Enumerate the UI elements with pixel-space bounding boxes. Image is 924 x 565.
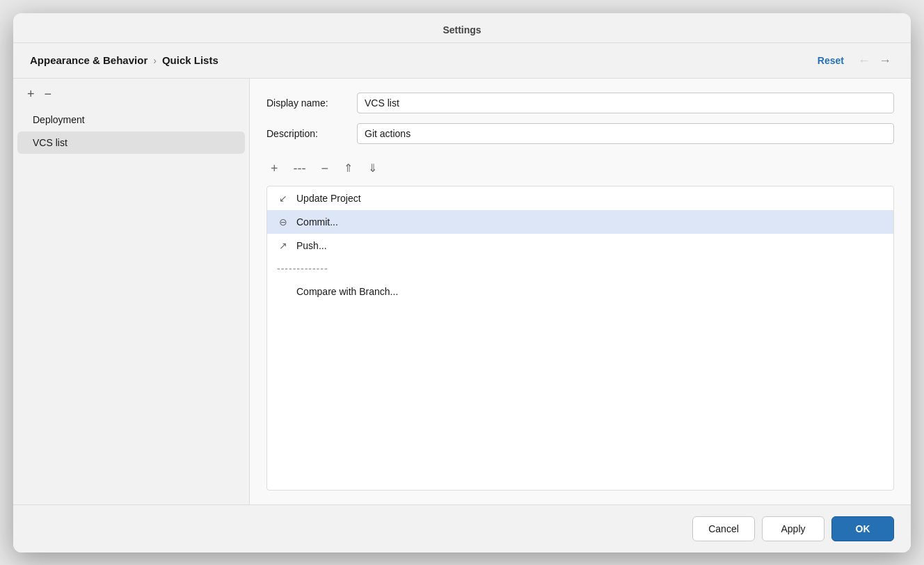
description-label: Description: [266, 128, 357, 139]
items-list: ↙ Update Project ⊖ Commit... ↗ Push... -… [266, 186, 894, 491]
list-item[interactable]: Deployment [17, 109, 245, 131]
header-nav: Appearance & Behavior › Quick Lists Rese… [13, 43, 911, 79]
add-list-button[interactable]: + [23, 86, 39, 102]
breadcrumb: Appearance & Behavior › Quick Lists [30, 54, 218, 66]
move-down-button[interactable]: ⇓ [364, 160, 381, 177]
left-panel: + − Deployment VCS list [13, 79, 250, 504]
item-row[interactable]: ↗ Push... [267, 234, 893, 257]
list-item-selected[interactable]: VCS list [17, 132, 245, 154]
add-item-button[interactable]: + [266, 159, 282, 177]
content-area: + − Deployment VCS list Display name: De… [13, 79, 911, 504]
item-separator: ------------- [267, 257, 893, 280]
footer: Cancel Apply OK [13, 504, 911, 552]
remove-item-button[interactable]: − [317, 159, 333, 177]
list-items: Deployment VCS list [13, 108, 249, 504]
description-input[interactable] [357, 123, 894, 144]
breadcrumb-current: Quick Lists [162, 54, 218, 66]
list-toolbar: + − [13, 79, 249, 108]
title-text: Settings [443, 24, 481, 35]
nav-back-button[interactable]: ← [855, 53, 873, 68]
settings-dialog: Settings Appearance & Behavior › Quick L… [13, 13, 911, 552]
update-project-icon: ↙ [277, 193, 289, 204]
add-separator-button[interactable]: --- [289, 159, 310, 177]
item-row[interactable]: Compare with Branch... [267, 280, 893, 303]
description-row: Description: [266, 123, 894, 144]
breadcrumb-separator: › [153, 55, 157, 66]
item-row[interactable]: ↙ Update Project [267, 186, 893, 210]
dialog-title: Settings [13, 13, 911, 43]
actions-toolbar: + --- − ⇑ ⇓ [266, 154, 894, 183]
header-right: Reset ← → [818, 53, 894, 68]
commit-icon: ⊖ [277, 216, 289, 228]
push-icon: ↗ [277, 240, 289, 251]
breadcrumb-parent: Appearance & Behavior [30, 54, 148, 66]
reset-button[interactable]: Reset [818, 55, 844, 66]
item-row-selected[interactable]: ⊖ Commit... [267, 210, 893, 234]
nav-arrows: ← → [855, 53, 894, 68]
apply-button[interactable]: Apply [762, 516, 825, 541]
display-name-input[interactable] [357, 93, 894, 113]
display-name-label: Display name: [266, 97, 357, 109]
move-up-button[interactable]: ⇑ [340, 160, 357, 177]
cancel-button[interactable]: Cancel [692, 516, 755, 541]
nav-forward-button[interactable]: → [876, 53, 894, 68]
remove-list-button[interactable]: − [40, 86, 56, 102]
right-panel: Display name: Description: + --- − ⇑ ⇓ ↙ [250, 79, 911, 504]
display-name-row: Display name: [266, 93, 894, 113]
ok-button[interactable]: OK [831, 516, 894, 541]
